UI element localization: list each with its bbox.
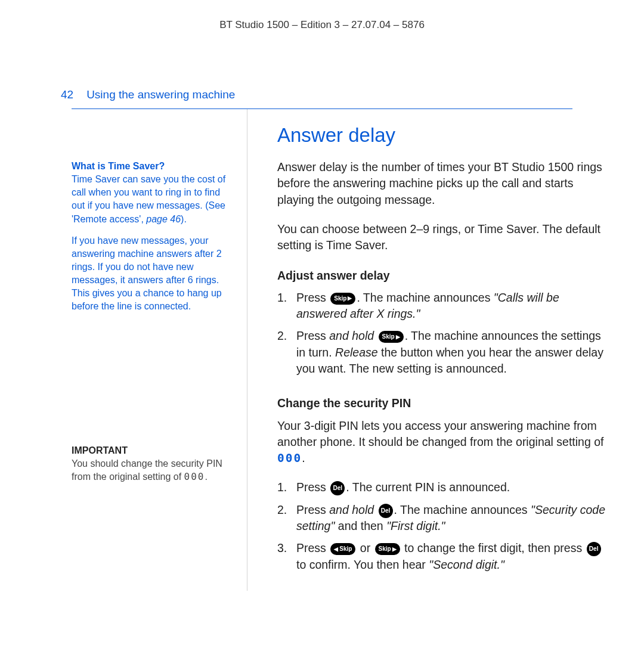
text: ). (181, 214, 187, 224)
important-text: You should change the security PIN from … (72, 457, 229, 483)
page-ref: page 46 (146, 214, 181, 224)
text-italic: Release (335, 346, 378, 359)
pin-step-1: Press Del. The current PIN is announced. (277, 479, 608, 495)
intro-paragraph-1: Answer delay is the number of times your… (277, 159, 608, 208)
del-button-icon: Del (587, 542, 601, 556)
pin-step-3: Press ◀Skip or Skip▶ to change the first… (277, 540, 608, 573)
page-number: 42 (61, 86, 73, 103)
skip-forward-button-icon: Skip▶ (375, 543, 400, 555)
text: Press (296, 541, 329, 554)
important-heading: IMPORTANT (72, 444, 229, 457)
text: . The current PIN is announced. (346, 480, 510, 494)
text: Your 3-digit PIN lets you access your an… (277, 419, 603, 448)
main-content: Answer delay Answer delay is the number … (247, 109, 608, 591)
adjust-heading: Adjust answer delay (277, 267, 608, 284)
text: . (205, 472, 207, 482)
text: to confirm. You then hear (296, 558, 429, 571)
section-title: Using the answering machine (86, 86, 235, 103)
text (374, 329, 377, 342)
announcement: "Second digit." (429, 558, 504, 571)
btn-label: Skip (339, 546, 352, 552)
document-meta: BT Studio 1500 – Edition 3 – 27.07.04 – … (36, 18, 608, 33)
adjust-step-1: Press Skip▶. The machine announces "Call… (277, 290, 608, 323)
timesaver-p2: If you have new messages, your answering… (72, 234, 229, 313)
text: . The machine announces (357, 291, 493, 304)
adjust-steps: Press Skip▶. The machine announces "Call… (277, 290, 608, 377)
page-header: 42 Using the answering machine (36, 86, 608, 103)
text: to change the first digit, then press (401, 541, 586, 554)
text-italic: and hold (329, 503, 374, 516)
text: Press (296, 503, 329, 516)
margin-notes: What is Time Saver? Time Saver can save … (72, 109, 247, 591)
announcement: "First digit." (386, 519, 445, 532)
btn-label: Skip (379, 546, 391, 552)
timesaver-note: What is Time Saver? Time Saver can save … (72, 160, 229, 313)
pin-steps: Press Del. The current PIN is announced.… (277, 479, 608, 572)
intro-paragraph-2: You can choose between 2–9 rings, or Tim… (277, 221, 608, 254)
text: . The machine announces (394, 503, 531, 516)
pin-heading: Change the security PIN (277, 395, 608, 411)
page-title: Answer delay (277, 121, 608, 150)
text (374, 503, 377, 516)
text-italic: and hold (329, 329, 374, 342)
pin-step-2: Press and hold Del. The machine announce… (277, 502, 608, 535)
text: Press (296, 291, 329, 304)
skip-forward-button-icon: Skip▶ (379, 331, 404, 343)
btn-label: Skip (382, 334, 395, 340)
pin-code: 000 (184, 471, 205, 482)
text: . (302, 451, 305, 464)
text: and then (335, 519, 386, 532)
important-note: IMPORTANT You should change the security… (72, 444, 229, 483)
manual-page: BT Studio 1500 – Edition 3 – 27.07.04 – … (0, 0, 644, 615)
pin-code: 000 (277, 451, 302, 465)
pin-intro: Your 3-digit PIN lets you access your an… (277, 418, 608, 467)
adjust-step-2: Press and hold Skip▶. The machine announ… (277, 328, 608, 377)
skip-back-button-icon: ◀Skip (330, 543, 355, 555)
content-columns: What is Time Saver? Time Saver can save … (36, 109, 608, 591)
btn-label: Skip (334, 296, 346, 302)
text: or (357, 541, 373, 554)
text: Press (296, 329, 329, 342)
del-button-icon: Del (330, 481, 345, 495)
skip-forward-button-icon: Skip▶ (330, 293, 355, 305)
del-button-icon: Del (379, 504, 393, 518)
text: Press (296, 480, 329, 494)
timesaver-p1: Time Saver can save you the cost of call… (72, 173, 229, 225)
timesaver-heading: What is Time Saver? (72, 160, 229, 173)
